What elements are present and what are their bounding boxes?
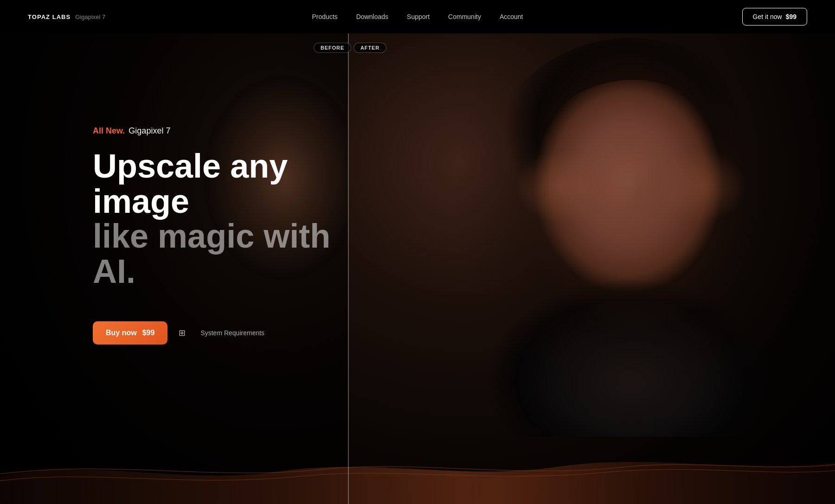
hero-eyebrow: All New. Gigapixel 7 <box>93 126 362 136</box>
brand-product: Gigapixel 7 <box>75 13 105 20</box>
nav-products[interactable]: Products <box>312 13 338 20</box>
portrait-face <box>441 33 835 437</box>
platform-icons: ⊞ <box>179 328 189 338</box>
nav-cta-button[interactable]: Get it now $99 <box>742 8 807 26</box>
wave-container <box>0 402 835 504</box>
nav-downloads[interactable]: Downloads <box>356 13 388 20</box>
navbar: TOPAZ LABS Gigapixel 7 Products Download… <box>0 0 835 33</box>
hero-content: All New. Gigapixel 7 Upscale any image l… <box>93 126 362 345</box>
nav-account[interactable]: Account <box>500 13 523 20</box>
cta-price: $99 <box>786 13 796 20</box>
nav-links: Products Downloads Support Community Acc… <box>312 13 523 20</box>
windows-icon: ⊞ <box>179 328 186 338</box>
nav-support[interactable]: Support <box>407 13 430 20</box>
nav-community[interactable]: Community <box>448 13 481 20</box>
eyebrow-new-text: All New. <box>93 126 125 136</box>
portrait-bg-glow <box>441 33 835 437</box>
brand: TOPAZ LABS Gigapixel 7 <box>28 13 105 20</box>
after-label: AFTER <box>353 43 386 53</box>
buy-now-button[interactable]: Buy now $99 <box>93 321 167 345</box>
cta-label: Get it now <box>753 13 782 20</box>
buy-price: $99 <box>142 329 155 337</box>
eyebrow-product-text: Gigapixel 7 <box>128 126 170 136</box>
hero-section: BEFORE AFTER <box>0 33 835 504</box>
before-label: BEFORE <box>314 43 351 53</box>
headline-line1: Upscale any image <box>93 149 362 219</box>
hero-actions: Buy now $99 ⊞ System Requirements <box>93 321 362 345</box>
brand-company: TOPAZ LABS <box>28 13 71 20</box>
system-requirements-link[interactable]: System Requirements <box>200 329 264 337</box>
buy-label: Buy now <box>106 329 137 337</box>
headline-line2: like magic with AI. <box>93 219 362 289</box>
hero-headline: Upscale any image like magic with AI. <box>93 149 362 289</box>
